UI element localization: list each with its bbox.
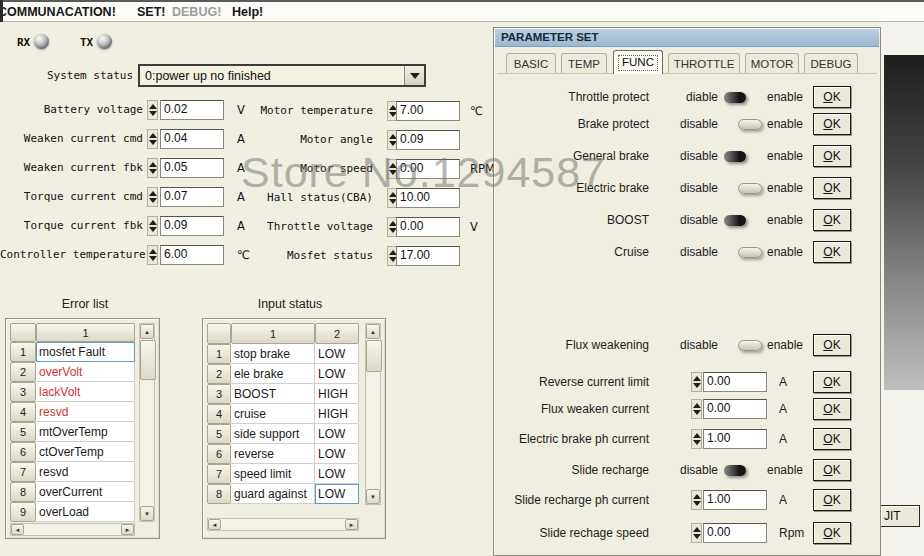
error-cell[interactable]: overLoad — [36, 502, 135, 522]
value-field[interactable]: 1.00 — [703, 429, 767, 449]
spinner-control[interactable] — [147, 129, 158, 149]
error-cell[interactable]: overVolt — [36, 362, 135, 382]
horizontal-scrollbar[interactable]: ◄ ► — [10, 523, 135, 536]
input-state-cell[interactable]: LOW — [315, 444, 359, 464]
ok-button[interactable]: OK — [813, 209, 851, 231]
value-field[interactable]: 0.02 — [160, 100, 224, 120]
toggle-switch[interactable] — [722, 246, 762, 259]
toggle-switch[interactable] — [722, 150, 762, 163]
chevron-down-icon[interactable] — [404, 66, 424, 85]
menu-communication[interactable]: COMMUNACATION! — [0, 5, 116, 19]
ok-button[interactable]: OK — [813, 177, 851, 199]
ok-button[interactable]: OK — [813, 459, 851, 481]
scroll-down-icon[interactable]: ▼ — [366, 489, 380, 504]
ok-button[interactable]: OK — [813, 334, 851, 356]
spinner-control[interactable] — [691, 490, 702, 510]
ok-button[interactable]: OK — [813, 371, 851, 393]
ok-button[interactable]: OK — [813, 489, 851, 511]
spinner-control[interactable] — [147, 158, 158, 178]
tab-throttle[interactable]: THROTTLE — [668, 53, 740, 73]
value-field[interactable]: 0.00 — [703, 399, 767, 419]
ok-button[interactable]: OK — [813, 241, 851, 263]
spinner-control[interactable] — [147, 100, 158, 120]
error-cell[interactable]: mosfet Fault — [36, 342, 135, 362]
error-cell[interactable]: resvd — [36, 402, 135, 422]
tab-debug[interactable]: DEBUG — [804, 53, 858, 73]
horizontal-scrollbar[interactable]: ◄ ► — [207, 518, 359, 531]
value-field[interactable]: 17.00 — [396, 246, 460, 266]
value-field[interactable]: 0.04 — [160, 129, 224, 149]
ok-button[interactable]: OK — [813, 428, 851, 450]
value-field[interactable]: 1.00 — [703, 490, 767, 510]
value-field[interactable]: 0.00 — [703, 372, 767, 392]
input-name-cell[interactable]: BOOST — [231, 384, 315, 404]
tab-basic[interactable]: BASIC — [506, 53, 556, 73]
ok-button[interactable]: OK — [813, 145, 851, 167]
input-name-cell[interactable]: speed limit — [231, 464, 315, 484]
toggle-switch[interactable] — [722, 182, 762, 195]
value-field[interactable]: 10.00 — [396, 188, 460, 208]
menu-debug[interactable]: DEBUG! — [172, 5, 221, 19]
value-field[interactable]: 0.05 — [160, 158, 224, 178]
scrollbar-thumb[interactable] — [140, 340, 156, 380]
input-state-cell[interactable]: HIGH — [315, 404, 359, 424]
spinner-control[interactable] — [147, 245, 158, 265]
menu-help[interactable]: Help! — [232, 5, 263, 19]
value-field[interactable]: 0.07 — [160, 187, 224, 207]
input-state-cell[interactable]: LOW — [315, 464, 359, 484]
spinner-control[interactable] — [147, 216, 158, 236]
input-name-cell[interactable]: ele brake — [231, 364, 315, 384]
scroll-right-icon[interactable]: ► — [121, 524, 134, 535]
scroll-up-icon[interactable]: ▲ — [140, 324, 154, 339]
vertical-scrollbar[interactable]: ▲ ▼ — [139, 323, 155, 522]
error-cell[interactable]: ctOverTemp — [36, 442, 135, 462]
scrollbar-thumb[interactable] — [366, 340, 382, 372]
ok-button[interactable]: OK — [813, 398, 851, 420]
menu-set[interactable]: SET! — [137, 5, 165, 19]
value-field[interactable]: 6.00 — [160, 245, 224, 265]
error-cell[interactable]: overCurrent — [36, 482, 135, 502]
value-field[interactable]: 0.09 — [160, 216, 224, 236]
input-state-cell[interactable]: LOW — [315, 364, 359, 384]
input-name-cell[interactable]: stop brake — [231, 344, 315, 364]
input-state-cell[interactable]: LOW — [315, 424, 359, 444]
error-cell[interactable]: lackVolt — [36, 382, 135, 402]
toggle-knob[interactable] — [724, 151, 746, 162]
toggle-switch[interactable] — [722, 464, 762, 477]
toggle-knob[interactable] — [724, 465, 746, 476]
vertical-scrollbar[interactable]: ▲ ▼ — [365, 323, 381, 505]
toggle-knob[interactable] — [724, 215, 746, 226]
toggle-switch[interactable] — [722, 214, 762, 227]
toggle-knob[interactable] — [738, 247, 762, 258]
error-cell[interactable]: resvd — [36, 462, 135, 482]
toggle-knob[interactable] — [738, 183, 762, 194]
input-name-cell[interactable]: guard against — [231, 484, 315, 504]
input-name-cell[interactable]: cruise — [231, 404, 315, 424]
spinner-control[interactable] — [691, 429, 702, 449]
ok-button[interactable]: OK — [813, 86, 851, 108]
value-field[interactable]: 0.00 — [396, 217, 460, 237]
spinner-control[interactable] — [147, 187, 158, 207]
scroll-left-icon[interactable]: ◄ — [11, 524, 24, 535]
input-state-cell[interactable]: LOW — [315, 344, 359, 364]
input-name-cell[interactable]: side support — [231, 424, 315, 444]
value-field[interactable]: 0.09 — [396, 130, 460, 150]
tab-func[interactable]: FUNC — [613, 50, 663, 74]
spinner-control[interactable] — [691, 523, 702, 543]
quit-button[interactable]: JIT — [880, 505, 920, 527]
ok-button[interactable]: OK — [813, 113, 851, 135]
toggle-switch[interactable] — [722, 118, 762, 131]
value-field[interactable]: 0.00 — [703, 523, 767, 543]
input-state-cell[interactable]: HIGH — [315, 384, 359, 404]
value-field[interactable]: 7.00 — [396, 101, 460, 121]
spinner-control[interactable] — [691, 372, 702, 392]
error-cell[interactable]: mtOverTemp — [36, 422, 135, 442]
toggle-switch[interactable] — [722, 91, 762, 104]
scroll-right-icon[interactable]: ► — [345, 519, 358, 530]
scroll-down-icon[interactable]: ▼ — [140, 506, 154, 521]
input-state-cell[interactable]: LOW — [315, 484, 359, 504]
tab-temp[interactable]: TEMP — [561, 53, 607, 73]
toggle-knob[interactable] — [724, 92, 746, 103]
system-status-dropdown[interactable]: 0:power up no finished — [138, 64, 426, 87]
ok-button[interactable]: OK — [813, 522, 851, 544]
